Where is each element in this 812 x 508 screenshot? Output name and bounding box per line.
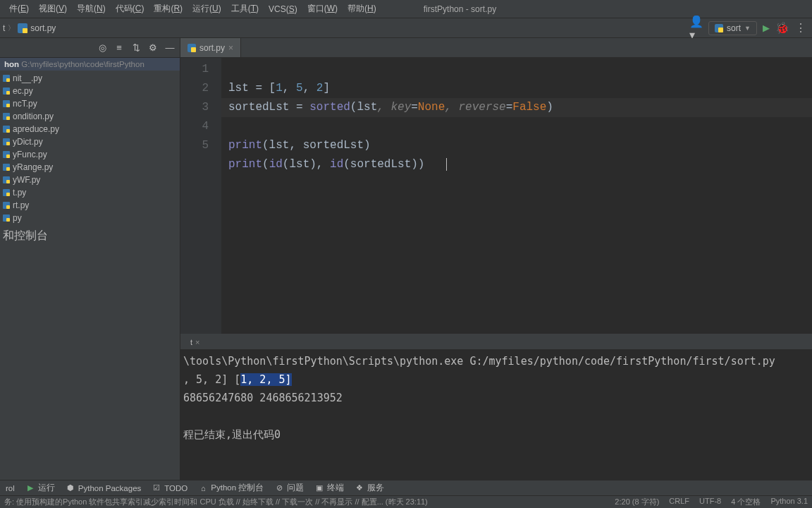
menu-window[interactable]: 窗口(W) bbox=[302, 3, 343, 15]
menu-help[interactable]: 帮助(H) bbox=[343, 3, 381, 15]
menu-vcs[interactable]: VCS(S) bbox=[264, 4, 302, 14]
menu-file[interactable]: 件(E) bbox=[4, 3, 34, 15]
bb-terminal[interactable]: rol bbox=[6, 484, 15, 492]
cursor-position[interactable]: 2:20 (8 字符) bbox=[615, 497, 659, 507]
breadcrumb-file[interactable]: sort.py bbox=[18, 23, 56, 33]
close-icon[interactable]: × bbox=[195, 338, 199, 346]
selected-text: 1, 2, 5] bbox=[240, 373, 291, 386]
code-editor[interactable]: 1 2 3 4 5 lst = [1, 5, 2] sortedLst = so… bbox=[180, 58, 812, 334]
services-icon: ❖ bbox=[355, 484, 364, 492]
breadcrumb-root[interactable]: t bbox=[3, 23, 5, 33]
project-tree: nit__.py ec.py ncT.py ondition.py apredu… bbox=[0, 71, 180, 226]
menu-code[interactable]: 代码(C) bbox=[111, 3, 149, 15]
user-icon[interactable]: 👤▾ bbox=[690, 22, 703, 35]
run-tab[interactable]: t× bbox=[183, 338, 207, 346]
tree-file[interactable]: ec.py bbox=[0, 85, 180, 97]
run-configuration-selector[interactable]: sort ▼ bbox=[708, 21, 757, 35]
menu-view[interactable]: 视图(V) bbox=[34, 3, 72, 15]
chevron-down-icon: ▼ bbox=[744, 25, 751, 32]
run-tool-window: t× \tools\Python\firstPython\Scripts\pyt… bbox=[180, 334, 812, 480]
package-icon: ⬢ bbox=[66, 484, 75, 492]
python-file-icon bbox=[18, 23, 27, 33]
bb-todo[interactable]: ☑TODO bbox=[152, 484, 187, 492]
tree-file[interactable]: apreduce.py bbox=[0, 123, 180, 135]
line-ending[interactable]: CRLF bbox=[669, 497, 689, 507]
locate-icon[interactable]: ◎ bbox=[97, 42, 108, 54]
settings-icon[interactable]: ⚙ bbox=[147, 42, 159, 54]
tree-file[interactable]: nit__.py bbox=[0, 72, 180, 85]
tree-file[interactable]: yDict.py bbox=[0, 135, 180, 148]
bottom-toolbar: rol ▶运行 ⬢Python Packages ☑TODO ⌂Python 控… bbox=[0, 480, 812, 495]
run-button[interactable]: ▶ bbox=[763, 23, 770, 33]
project-root[interactable]: hon G:\myfiles\python\code\firstPython bbox=[0, 58, 180, 71]
text-cursor bbox=[446, 158, 447, 171]
scratches-section[interactable]: 和控制台 bbox=[0, 226, 180, 246]
python-file-icon bbox=[187, 44, 196, 52]
bb-terminal2[interactable]: ▣终端 bbox=[315, 483, 344, 493]
tree-file[interactable]: t.py bbox=[0, 186, 180, 199]
window-title: firstPython - sort.py bbox=[424, 4, 496, 14]
bb-problems[interactable]: ⊘问题 bbox=[275, 483, 304, 493]
close-tab-icon[interactable]: × bbox=[228, 43, 233, 53]
menu-tools[interactable]: 工具(T) bbox=[226, 3, 264, 15]
code-area[interactable]: lst = [1, 5, 2] sortedLst = sorted(lst, … bbox=[221, 58, 812, 334]
status-message[interactable]: 务: 使用预构建的Python 软件包共享索引减少索引时间和 CPU 负载 //… bbox=[4, 497, 428, 507]
collapse-all-icon[interactable]: ⇅ bbox=[130, 42, 142, 54]
more-actions-button[interactable]: ⋮ bbox=[795, 21, 806, 35]
tree-file[interactable]: yWF.py bbox=[0, 174, 180, 186]
bb-run[interactable]: ▶运行 bbox=[26, 483, 55, 493]
menu-navigate[interactable]: 导航(N) bbox=[72, 3, 111, 15]
chevron-right-icon: 〉 bbox=[8, 23, 15, 33]
terminal-icon: ▣ bbox=[315, 484, 324, 492]
menu-run[interactable]: 运行(U) bbox=[187, 3, 226, 15]
tree-file[interactable]: yFunc.py bbox=[0, 148, 180, 161]
editor-tab-sort[interactable]: sort.py × bbox=[180, 38, 241, 57]
tree-file[interactable]: yRange.py bbox=[0, 161, 180, 174]
file-encoding[interactable]: UTF-8 bbox=[699, 497, 721, 507]
bb-packages[interactable]: ⬢Python Packages bbox=[66, 484, 142, 492]
run-output[interactable]: \tools\Python\firstPython\Scripts\python… bbox=[180, 349, 812, 480]
play-icon: ▶ bbox=[26, 484, 35, 492]
problems-icon: ⊘ bbox=[275, 484, 283, 492]
interpreter[interactable]: Python 3.1 bbox=[770, 497, 808, 507]
python-icon bbox=[715, 24, 723, 32]
navigation-row: t 〉 sort.py 👤▾ sort ▼ ▶ 🐞 ⋮ bbox=[0, 18, 812, 38]
tree-file[interactable]: py bbox=[0, 212, 180, 224]
tree-file[interactable]: ondition.py bbox=[0, 110, 180, 123]
indent-setting[interactable]: 4 个空格 bbox=[731, 497, 761, 507]
debug-button[interactable]: 🐞 bbox=[775, 21, 789, 35]
bb-services[interactable]: ❖服务 bbox=[355, 483, 384, 493]
todo-icon: ☑ bbox=[152, 484, 161, 492]
tree-file[interactable]: rt.py bbox=[0, 199, 180, 212]
status-bar: 务: 使用预构建的Python 软件包共享索引减少索引时间和 CPU 负载 //… bbox=[0, 495, 812, 508]
bb-python-console[interactable]: ⌂Python 控制台 bbox=[199, 483, 264, 493]
editor-tabs: sort.py × bbox=[180, 38, 812, 58]
hide-icon[interactable]: — bbox=[164, 42, 176, 54]
console-icon: ⌂ bbox=[199, 484, 207, 492]
expand-all-icon[interactable]: ≡ bbox=[113, 42, 125, 54]
menu-refactor[interactable]: 重构(R) bbox=[149, 3, 187, 15]
tree-file[interactable]: ncT.py bbox=[0, 97, 180, 110]
line-gutter: 1 2 3 4 5 bbox=[180, 58, 221, 334]
project-sidebar: ◎ ≡ ⇅ ⚙ — hon G:\myfiles\python\code\fir… bbox=[0, 38, 180, 480]
